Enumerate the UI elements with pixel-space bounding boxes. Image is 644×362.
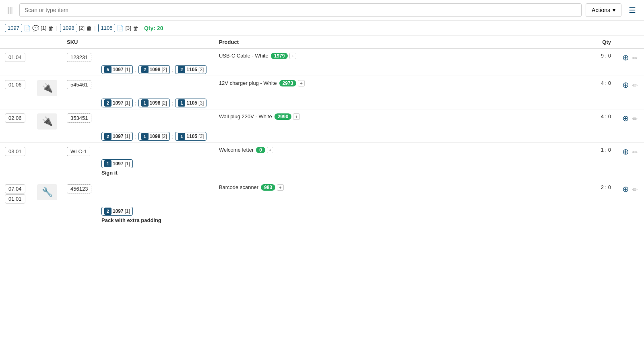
tab-1097-comment-icon[interactable]: 💬 [32, 25, 39, 31]
stock-badge: 0 [256, 147, 265, 153]
tag-num: 1 [178, 99, 185, 107]
tag-num: 2 [104, 133, 111, 140]
tag-count: [2] [161, 134, 167, 139]
col-sku: SKU [62, 36, 214, 49]
location-cell: 03.01 [0, 143, 32, 159]
tab-1097-doc-icon[interactable]: 📄 [24, 25, 31, 31]
tag-id: 1097 [113, 208, 124, 214]
tag-id: 1105 [186, 100, 197, 106]
tab-1097[interactable]: 1097 [5, 24, 22, 32]
header-bar: ||| Actions ▾ ☰ [0, 0, 644, 21]
qty-cell: 1 : 0 [514, 143, 616, 159]
location-cell: 01.04 [0, 49, 32, 65]
expand-icon[interactable]: + [267, 147, 273, 153]
tag-count: [1] [125, 67, 130, 72]
tag-chip[interactable]: 1 1098 [2] [138, 132, 170, 141]
stock-badge: 983 [261, 184, 275, 191]
location-box: 03.01 [5, 147, 25, 156]
thumb-cell: 🔧 [32, 180, 62, 206]
sku-value: 123231 [67, 53, 91, 62]
tag-chips: 2 1097 [1] [101, 207, 639, 216]
edit-button[interactable]: ✏ [631, 54, 639, 62]
add-button[interactable]: ⊕ [621, 184, 631, 194]
actions-label: Actions [592, 7, 610, 13]
expand-icon[interactable]: + [293, 113, 299, 120]
tab-1105[interactable]: 1105 [98, 24, 116, 32]
edit-button[interactable]: ✏ [631, 186, 639, 193]
product-name: Wall plug 220V - White [219, 113, 272, 119]
add-button[interactable]: ⊕ [621, 147, 631, 156]
tag-chips: 1 1097 [1] [101, 159, 639, 168]
product-table: SKU Product Qty 01.04123231USB-C Cable -… [0, 36, 644, 227]
tags-cell: 2 1097 [1];1 1098 [2];1 1105 [3] [0, 131, 644, 143]
expand-icon[interactable]: + [277, 184, 283, 191]
tag-chip[interactable]: 2 1097 [1] [101, 99, 133, 107]
tag-chip[interactable]: 2 1097 [1] [101, 132, 133, 141]
edit-button[interactable]: ✏ [631, 82, 639, 89]
tags-row: 2 1097 [1];1 1098 [2];1 1105 [3] [0, 131, 644, 143]
tag-num: 1 [178, 133, 185, 140]
tab-1097-delete[interactable]: 🗑 [48, 25, 54, 31]
tag-id: 1098 [150, 67, 161, 72]
tags-cell: 1 1097 [1] [0, 158, 644, 170]
stock-badge: 2990 [275, 113, 292, 120]
add-button[interactable]: ⊕ [621, 113, 631, 123]
tab-1105-doc-icon[interactable]: 📄 [117, 25, 124, 31]
product-thumbnail: 🔌 [37, 113, 57, 130]
note-cell: Sign it [0, 170, 644, 180]
actions-cell: ⊕✏ [616, 180, 644, 206]
add-button[interactable]: ⊕ [621, 80, 631, 90]
tab-1098[interactable]: 1098 [60, 24, 77, 32]
tab-1098-delete[interactable]: 🗑 [86, 25, 92, 31]
scan-input[interactable] [19, 3, 582, 17]
tag-num: 2 [141, 66, 149, 73]
table-row: 01.06🔌54546112V charger plug - White2973… [0, 76, 644, 98]
product-name: Welcome letter [219, 147, 254, 153]
tag-chip[interactable]: 2 1097 [1] [101, 207, 133, 216]
tag-count: [1] [125, 208, 130, 214]
col-qty: Qty [514, 36, 616, 49]
expand-icon[interactable]: + [298, 80, 304, 86]
table-row: 07.0401.01🔧456123Barcode scanner983+2 : … [0, 180, 644, 206]
table-row: 03.01WLC-1Welcome letter0+1 : 0⊕✏ [0, 143, 644, 159]
tag-chip[interactable]: 2 1098 [2] [138, 65, 170, 74]
sku-cell: 353451 [62, 109, 214, 132]
expand-icon[interactable]: + [289, 53, 296, 59]
tag-num: 2 [104, 99, 111, 107]
actions-button[interactable]: Actions ▾ [586, 3, 621, 17]
tag-id: 1097 [113, 161, 124, 167]
tag-id: 1098 [150, 134, 161, 139]
tag-id: 1105 [186, 134, 197, 139]
tag-chip[interactable]: 1 1105 [3] [175, 132, 206, 141]
thumb-cell: 🔌 [32, 76, 62, 98]
sku-cell: 456123 [62, 180, 214, 206]
col-product: Product [214, 36, 514, 49]
barcode-icon: ||| [5, 6, 15, 14]
tag-chip[interactable]: 1 1105 [3] [175, 99, 206, 107]
tags-cell: 2 1097 [1] [0, 206, 644, 217]
tag-id: 1105 [186, 67, 197, 72]
actions-cell: ⊕✏ [616, 109, 644, 132]
tag-chip[interactable]: 1 1098 [2] [138, 99, 170, 107]
tag-chip[interactable]: 5 1097 [1] [101, 65, 133, 74]
product-cell: USB-C Cable - White1979+ [214, 49, 514, 65]
product-thumbnail: 🔧 [37, 184, 57, 200]
tag-chips: 2 1097 [1];1 1098 [2];1 1105 [3] [101, 99, 639, 107]
tag-chip[interactable]: 2 1105 [3] [175, 65, 206, 74]
product-cell: Barcode scanner983+ [214, 180, 514, 206]
chevron-down-icon: ▾ [613, 7, 615, 13]
sku-cell: WLC-1 [62, 143, 214, 159]
product-name: USB-C Cable - White [219, 53, 268, 59]
tag-chip[interactable]: 1 1097 [1] [101, 159, 133, 168]
tab-1105-delete[interactable]: 🗑 [133, 25, 138, 31]
tag-id: 1097 [113, 67, 124, 72]
stock-badge: 1979 [271, 53, 288, 59]
hamburger-icon[interactable]: ☰ [625, 4, 639, 16]
location-cell: 07.0401.01 [0, 180, 32, 206]
tags-row: 1 1097 [1] [0, 158, 644, 170]
edit-button[interactable]: ✏ [631, 148, 639, 156]
location-cell: 02.06 [0, 109, 32, 132]
tag-num: 1 [104, 160, 111, 167]
add-button[interactable]: ⊕ [621, 53, 631, 62]
edit-button[interactable]: ✏ [631, 115, 639, 123]
